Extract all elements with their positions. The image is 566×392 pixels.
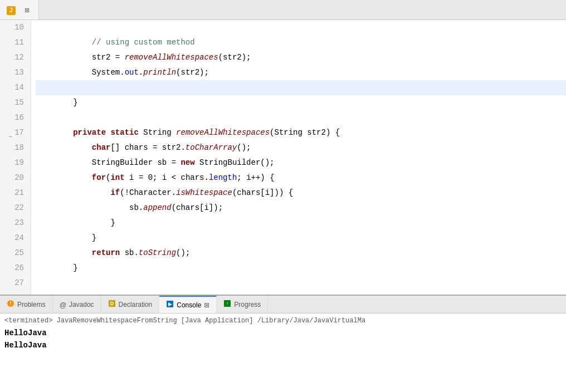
line-number: 20: [4, 170, 26, 185]
tab-progress[interactable]: ↑Progress: [217, 296, 268, 313]
line-number: 21: [4, 185, 26, 200]
code-container: 10111213141516−1718192021222324252627 //…: [0, 20, 566, 295]
declaration-tab-label: Declaration: [119, 301, 153, 308]
line-number: 25: [4, 246, 26, 261]
code-line: [36, 276, 566, 291]
line-number: 12: [4, 50, 26, 65]
line-number: 26: [4, 261, 26, 276]
tab-console[interactable]: ▶Console ⊠: [159, 296, 217, 313]
code-line: char[] chars = str2.toCharArray();: [36, 140, 566, 155]
code-line: for(int i = 0; i < chars.length; i++) {: [36, 170, 566, 185]
line-number: 22: [4, 200, 26, 215]
code-line: [36, 110, 566, 125]
line-number: 11: [4, 35, 26, 50]
console-tab-label: Console: [177, 301, 201, 309]
line-number: 18: [4, 140, 26, 155]
code-line: [36, 80, 566, 95]
console-output-line: HelloJava: [4, 339, 562, 351]
code-line: System.out.println(str2);: [36, 65, 566, 80]
code-line: str2 = removeAllWhitespaces(str2);: [36, 50, 566, 65]
code-line: }: [36, 261, 566, 276]
declaration-tab-icon: D: [108, 300, 116, 309]
code-line: }: [36, 215, 566, 231]
code-line: private static String removeAllWhitespac…: [36, 125, 566, 140]
tab-javadoc[interactable]: @Javadoc: [53, 296, 101, 313]
javadoc-tab-label: Javadoc: [69, 301, 94, 308]
code-line: StringBuilder sb = new StringBuilder();: [36, 155, 566, 170]
bottom-panel: !Problems@JavadocDDeclaration▶Console ⊠↑…: [0, 295, 566, 392]
console-tab-close[interactable]: ⊠: [204, 301, 209, 309]
svg-text:↑: ↑: [226, 301, 229, 306]
file-tab[interactable]: J ⊠: [0, 0, 39, 19]
problems-tab-label: Problems: [17, 301, 46, 308]
line-number: 10: [4, 20, 26, 35]
code-line: sb.append(chars[i]);: [36, 200, 566, 215]
console-output: <terminated> JavaRemoveWhitespaceFromStr…: [0, 313, 566, 392]
line-number: 19: [4, 155, 26, 170]
code-line: }: [36, 95, 566, 110]
line-numbers: 10111213141516−1718192021222324252627: [0, 20, 31, 295]
panel-tabs: !Problems@JavadocDDeclaration▶Console ⊠↑…: [0, 296, 566, 313]
line-number: −17: [4, 125, 26, 140]
svg-text:D: D: [110, 301, 114, 306]
code-line: // using custom method: [36, 35, 566, 50]
line-number: 16: [4, 110, 26, 125]
code-line: if(!Character.isWhitespace(chars[i])) {: [36, 185, 566, 200]
java-file-icon: J: [7, 6, 16, 15]
fold-icon[interactable]: −: [6, 130, 12, 136]
title-bar: J ⊠: [0, 0, 566, 20]
tab-problems[interactable]: !Problems: [0, 296, 53, 313]
javadoc-tab-icon: @: [60, 300, 66, 309]
console-output-line: HelloJava: [4, 327, 562, 339]
code-line: [36, 20, 566, 35]
problems-tab-icon: !: [7, 300, 14, 309]
svg-text:▶: ▶: [168, 301, 172, 307]
tab-declaration[interactable]: DDeclaration: [101, 296, 160, 313]
line-number: 14: [4, 80, 26, 95]
line-number: 23: [4, 215, 26, 231]
console-tab-icon: ▶: [166, 300, 174, 310]
progress-tab-label: Progress: [234, 301, 261, 308]
code-lines[interactable]: // using custom method str2 = removeAllW…: [31, 20, 566, 295]
tab-close-button[interactable]: ⊠: [22, 6, 32, 15]
editor-area: 10111213141516−1718192021222324252627 //…: [0, 20, 566, 295]
line-number: 27: [4, 276, 26, 291]
console-terminated-text: <terminated> JavaRemoveWhitespaceFromStr…: [4, 317, 562, 325]
code-line: }: [36, 231, 566, 246]
line-number: 15: [4, 95, 26, 110]
line-number: 24: [4, 231, 26, 246]
line-number: 13: [4, 65, 26, 80]
code-line: return sb.toString();: [36, 246, 566, 261]
svg-text:!: !: [9, 301, 11, 307]
progress-tab-icon: ↑: [223, 300, 231, 309]
